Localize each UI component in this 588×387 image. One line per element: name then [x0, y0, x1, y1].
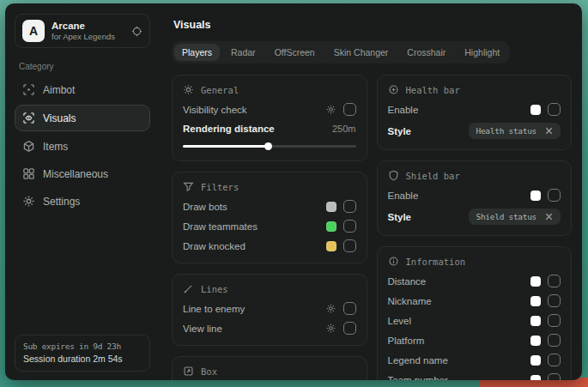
draw-bots-checkbox[interactable]: [343, 200, 356, 213]
panel-filters: Filters Draw bots Draw teammates: [172, 172, 367, 263]
close-icon[interactable]: [545, 127, 553, 135]
sidebar-item-label: Items: [43, 141, 68, 153]
panel-title: Lines: [201, 284, 228, 294]
sidebar-item-items[interactable]: Items: [15, 134, 150, 159]
tab-highlight[interactable]: Highlight: [457, 44, 507, 61]
app-logo: A: [22, 20, 45, 42]
sidebar: A Arcane for Apex Legends Category: [5, 3, 160, 380]
nickname-row: Nickname: [388, 291, 561, 311]
app-window: A Arcane for Apex Legends Category: [5, 3, 582, 380]
tab-radar[interactable]: Radar: [223, 44, 264, 61]
row-label: Style: [388, 126, 412, 136]
box-edit-icon: [183, 366, 194, 377]
team-number-checkbox[interactable]: [548, 373, 561, 380]
level-checkbox[interactable]: [548, 314, 561, 327]
color-swatch[interactable]: [530, 296, 541, 306]
row-label: Draw knocked: [183, 241, 246, 251]
health-icon: [388, 84, 399, 95]
funnel-icon: [183, 181, 194, 192]
sidebar-item-visuals[interactable]: Visuals: [15, 105, 150, 131]
crosshair-icon: [22, 83, 35, 96]
sidebar-item-label: Aimbot: [43, 84, 75, 96]
color-swatch[interactable]: [530, 375, 541, 381]
color-swatch[interactable]: [530, 355, 541, 366]
app-subtitle: for Apex Legends: [52, 32, 115, 42]
line-to-enemy-checkbox[interactable]: [343, 302, 356, 315]
health-enable-checkbox[interactable]: [548, 103, 561, 116]
team-number-row: Team number: [388, 370, 561, 380]
tab-offscreen[interactable]: OffScreen: [267, 44, 323, 61]
panel-lines: Lines Line to enemy: [172, 274, 367, 346]
row-label: Enable: [388, 190, 419, 201]
close-icon[interactable]: [545, 213, 553, 221]
color-swatch[interactable]: [530, 190, 541, 201]
sidebar-item-label: Visuals: [43, 112, 76, 124]
color-swatch[interactable]: [530, 276, 541, 287]
color-swatch[interactable]: [326, 202, 336, 212]
pen-line-icon: [183, 283, 194, 294]
panel-title: Box: [201, 366, 217, 377]
row-label: Distance: [388, 276, 427, 287]
left-column: General Visibility check: [172, 75, 367, 380]
rendering-distance-value: 250m: [332, 124, 356, 134]
settings-gear-icon[interactable]: [325, 323, 336, 334]
distance-checkbox[interactable]: [548, 275, 561, 287]
tab-crosshair[interactable]: Crosshair: [399, 44, 453, 61]
draw-teammates-checkbox[interactable]: [343, 220, 356, 233]
row-label: Line to enemy: [183, 304, 245, 314]
sidebar-item-label: Miscellaneous: [43, 168, 108, 180]
health-enable-row: Enable: [388, 100, 561, 119]
legend-name-row: Legend name: [388, 350, 561, 370]
rendering-distance-slider[interactable]: [183, 142, 356, 150]
draw-knocked-checkbox[interactable]: [343, 239, 356, 252]
health-style-select[interactable]: Health status: [469, 123, 561, 139]
settings-gear-icon[interactable]: [325, 104, 336, 115]
platform-checkbox[interactable]: [548, 334, 561, 347]
panel-title: Filters: [201, 182, 239, 192]
panel-title: General: [201, 85, 239, 95]
color-swatch[interactable]: [530, 105, 541, 115]
distance-row: Distance: [388, 271, 561, 291]
shield-style-select[interactable]: Shield status: [469, 209, 561, 225]
cube-icon: [22, 140, 35, 153]
panel-title: Shield bar: [406, 171, 460, 181]
main-content: Visuals Players Radar OffScreen Skin Cha…: [160, 3, 582, 380]
color-swatch[interactable]: [530, 316, 541, 326]
tab-players[interactable]: Players: [174, 44, 220, 61]
sidebar-item-settings[interactable]: Settings: [15, 189, 150, 214]
sidebar-nav: Aimbot Visuals Items: [15, 77, 150, 214]
sidebar-item-aimbot[interactable]: Aimbot: [15, 77, 150, 102]
legend-name-checkbox[interactable]: [548, 354, 561, 366]
line-to-enemy-row: Line to enemy: [183, 299, 356, 318]
slider-thumb[interactable]: [264, 142, 272, 150]
platform-row: Platform: [388, 330, 561, 350]
app-logo-card: A Arcane for Apex Legends: [15, 14, 150, 48]
app-title-block: Arcane for Apex Legends: [52, 20, 115, 42]
info-icon: [388, 256, 399, 267]
color-swatch[interactable]: [326, 221, 336, 232]
draw-bots-row: Draw bots: [183, 197, 356, 216]
view-line-row: View line: [183, 318, 356, 338]
settings-gear-icon[interactable]: [325, 303, 336, 314]
color-swatch[interactable]: [530, 336, 541, 346]
sun-icon: [183, 84, 194, 95]
selected-option: Shield status: [476, 212, 536, 221]
shield-enable-checkbox[interactable]: [548, 189, 561, 202]
nickname-checkbox[interactable]: [548, 294, 561, 307]
slider-fill: [183, 145, 268, 148]
panel-columns: General Visibility check: [172, 75, 572, 380]
color-swatch[interactable]: [326, 241, 336, 251]
panel-title: Information: [406, 257, 466, 267]
rendering-distance-row: Rendering distance 250m: [183, 119, 356, 137]
sidebar-item-miscellaneous[interactable]: Miscellaneous: [15, 161, 150, 186]
row-label: View line: [183, 324, 222, 334]
panel-title: Health bar: [406, 85, 460, 95]
sidebar-item-label: Settings: [43, 196, 80, 208]
tab-skin-changer[interactable]: Skin Changer: [326, 44, 397, 61]
view-line-checkbox[interactable]: [343, 322, 356, 335]
page-title: Visuals: [173, 19, 572, 31]
target-icon[interactable]: [131, 26, 142, 37]
visibility-check-checkbox[interactable]: [343, 103, 356, 116]
health-style-row: Style Health status: [388, 119, 561, 142]
selected-option: Health status: [476, 126, 536, 136]
